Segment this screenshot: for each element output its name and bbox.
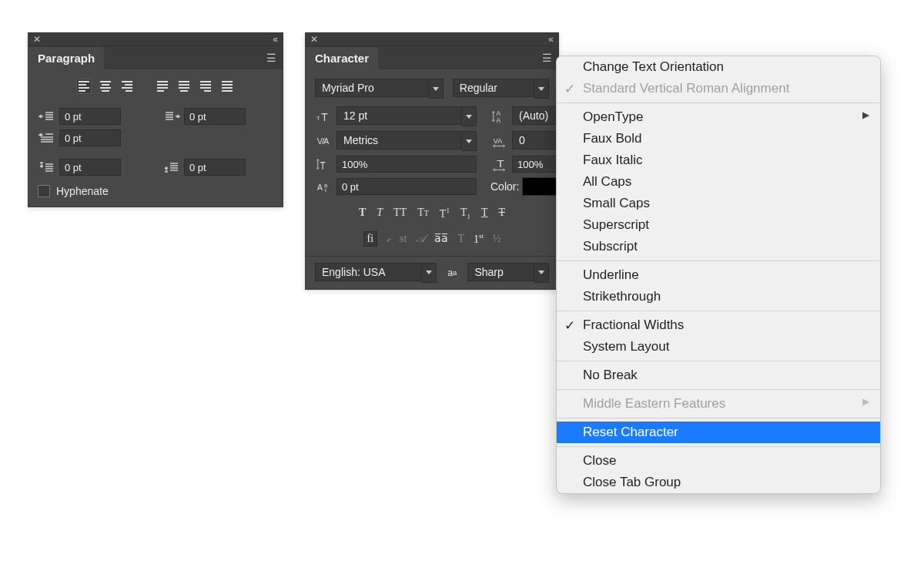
menu-item-underline[interactable]: Underline [557, 264, 880, 286]
align-center-button[interactable] [98, 79, 113, 94]
menu-item-subscript[interactable]: Subscript [557, 236, 880, 257]
space-after-input[interactable] [184, 159, 246, 176]
titling-alt-button[interactable]: T [457, 233, 464, 245]
chevron-down-icon[interactable] [462, 106, 477, 126]
menu-item-faux-italic[interactable]: Faux Italic [557, 150, 880, 171]
menu-item-system-layout[interactable]: System Layout [557, 336, 880, 358]
antialias-icon: aa [443, 265, 461, 281]
chevron-down-icon[interactable] [429, 79, 444, 99]
svg-text:T: T [316, 115, 320, 122]
first-line-indent-input[interactable] [59, 129, 121, 146]
first-line-indent-icon [38, 130, 56, 146]
menu-item-small-caps[interactable]: Small Caps [557, 193, 880, 214]
small-caps-button[interactable]: TT [417, 207, 429, 220]
menu-item-reset-character[interactable]: Reset Character [557, 422, 880, 443]
font-style-select[interactable]: Regular [453, 79, 534, 97]
antialias-select[interactable]: Sharp [467, 263, 534, 281]
menu-item-opentype[interactable]: OpenType [557, 106, 880, 128]
kerning-icon: V/A [315, 133, 333, 149]
contextual-alt-button[interactable]: 𝒸 [387, 233, 390, 245]
underline-button[interactable]: T [481, 207, 488, 220]
justify-all-button[interactable] [219, 79, 235, 94]
panel-menu-icon[interactable]: ☰ [266, 54, 276, 62]
italic-button[interactable]: T [377, 207, 383, 220]
stylistic-alt-button[interactable]: a̅a̅ [434, 232, 448, 245]
color-label: Color: [490, 180, 519, 193]
superscript-button[interactable]: T1 [440, 207, 450, 220]
baseline-shift-icon: Aa [315, 179, 333, 194]
collapse-icon[interactable]: « [548, 34, 552, 45]
hyphenate-checkbox[interactable] [38, 185, 50, 197]
leading-icon: AA [490, 109, 509, 124]
swash-button[interactable]: 𝒜 [416, 233, 425, 245]
indent-right-input[interactable] [184, 108, 246, 125]
indent-right-icon [162, 109, 181, 124]
horizontal-scale-icon: T [490, 156, 509, 172]
justify-center-button[interactable] [176, 79, 192, 94]
menu-item-change-text-orientation[interactable]: Change Text Orientation [557, 56, 880, 78]
menu-item-fractional-widths[interactable]: Fractional Widths [557, 314, 880, 336]
discretionary-lig-button[interactable]: st [400, 233, 407, 245]
menu-item-no-break[interactable]: No Break [557, 365, 880, 386]
paragraph-tab[interactable]: Paragraph [28, 47, 104, 69]
font-size-icon: TT [315, 109, 333, 124]
chevron-down-icon[interactable] [422, 263, 437, 283]
space-after-icon [162, 160, 181, 175]
chevron-down-icon[interactable] [534, 79, 549, 99]
svg-text:A: A [323, 136, 330, 146]
indent-left-icon [38, 109, 56, 124]
vertical-scale-input[interactable] [336, 156, 477, 173]
character-tab[interactable]: Character [306, 47, 378, 69]
svg-text:a: a [324, 182, 328, 189]
all-caps-button[interactable]: TT [393, 207, 407, 220]
ordinals-button[interactable]: 1st [474, 232, 484, 246]
menu-item-strikethrough[interactable]: Strikethrough [557, 286, 880, 307]
character-panel: ✕ « Character ☰ Myriad Pro Regular TT 12… [305, 32, 559, 290]
collapse-icon[interactable]: « [273, 34, 276, 45]
paragraph-panel: ✕ « Paragraph ☰ [28, 32, 283, 207]
svg-text:A: A [496, 117, 500, 124]
menu-item-all-caps[interactable]: All Caps [557, 171, 880, 193]
indent-left-input[interactable] [59, 108, 121, 125]
menu-item-middle-eastern-features: Middle Eastern Features [557, 393, 880, 415]
fractions-button[interactable]: ½ [493, 233, 501, 245]
svg-text:VA: VA [494, 137, 503, 145]
chevron-down-icon[interactable] [534, 263, 549, 283]
menu-item-faux-bold[interactable]: Faux Bold [557, 128, 880, 150]
menu-item-close-tab-group[interactable]: Close Tab Group [557, 472, 880, 493]
close-icon[interactable]: ✕ [33, 34, 41, 45]
svg-text:A: A [317, 183, 323, 193]
tracking-icon: VA [490, 133, 509, 149]
menu-item-close[interactable]: Close [557, 450, 880, 472]
svg-text:A: A [496, 110, 500, 117]
kerning-input[interactable]: Metrics [336, 131, 462, 150]
align-left-button[interactable] [76, 79, 92, 94]
hyphenate-label: Hyphenate [56, 185, 109, 197]
bold-button[interactable]: T [359, 207, 366, 220]
character-panel-menu: Change Text OrientationStandard Vertical… [556, 55, 881, 494]
panel-menu-icon[interactable]: ☰ [542, 54, 552, 62]
align-right-button[interactable] [119, 79, 135, 94]
close-icon[interactable]: ✕ [310, 34, 318, 45]
baseline-shift-input[interactable] [336, 178, 477, 195]
font-family-select[interactable]: Myriad Pro [315, 79, 429, 97]
subscript-button[interactable]: T1 [460, 207, 470, 220]
strikethrough-button[interactable]: T [499, 207, 506, 220]
ligatures-button[interactable]: fi [363, 231, 378, 247]
svg-text:T: T [320, 160, 326, 172]
space-before-input[interactable] [59, 159, 121, 176]
vertical-scale-icon: T [315, 156, 333, 172]
space-before-icon [38, 160, 56, 175]
justify-left-button[interactable] [155, 79, 170, 94]
svg-text:T: T [321, 112, 328, 123]
font-size-input[interactable]: 12 pt [336, 106, 462, 125]
language-select[interactable]: English: USA [315, 263, 422, 281]
menu-item-superscript[interactable]: Superscript [557, 214, 880, 236]
chevron-down-icon[interactable] [462, 131, 477, 151]
menu-item-standard-vertical-roman-alignment: Standard Vertical Roman Alignment [557, 78, 880, 99]
justify-right-button[interactable] [198, 79, 213, 94]
svg-text:T: T [497, 158, 504, 169]
